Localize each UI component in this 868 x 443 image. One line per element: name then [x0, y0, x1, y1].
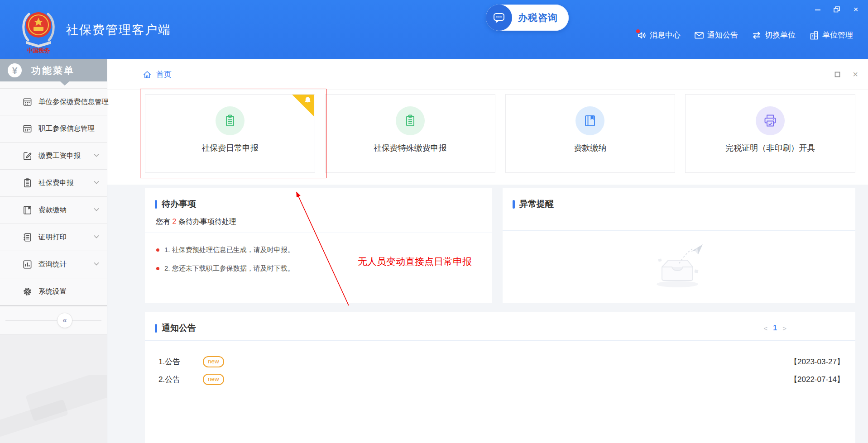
bar-chart-icon	[22, 259, 33, 270]
nav-switch-unit[interactable]: 切换单位	[752, 30, 796, 40]
tab-close-button[interactable]: ×	[851, 71, 859, 79]
sidebar-item-employee-insurance-info[interactable]: 职工参保信息管理	[0, 115, 107, 143]
card-label: 社保费日常申报	[201, 143, 259, 153]
red-dot-icon	[156, 248, 159, 252]
chevron-down-icon	[94, 153, 99, 157]
sidebar-header-label: 功能菜单	[31, 64, 75, 77]
content-area: 首页 ×	[107, 59, 868, 443]
feature-cards-section: 社保费日常申报 社保费特殊缴费申报	[107, 90, 868, 185]
clipboard-icon	[216, 106, 245, 135]
card-label: 完税证明（非印刷）开具	[725, 143, 815, 153]
home-page: 社保费日常申报 社保费特殊缴费申报	[107, 90, 868, 443]
speaker-icon	[637, 30, 647, 40]
page-prev-button[interactable]: <	[764, 324, 768, 332]
notices-title: 通知公告	[162, 322, 196, 334]
todo-panel: 待办事项 您有 2 条待办事项待处理 1. 社保费预处理信息已生成，请及时申报。	[145, 188, 492, 303]
notice-date: 【2022-07-14】	[790, 374, 844, 385]
brand: 中国税务 社保费管理客户端	[20, 0, 171, 59]
new-badge: new	[203, 356, 224, 367]
page-number[interactable]: 1	[773, 324, 777, 332]
alerts-panel: 异常提醒	[503, 188, 855, 303]
card-special-declaration[interactable]: 社保费特殊缴费申报	[325, 94, 495, 173]
nav-unit-management[interactable]: 单位管理	[809, 30, 853, 40]
chevron-down-icon	[94, 208, 99, 211]
app-header: 中国税务 社保费管理客户端 ×	[0, 0, 868, 59]
sidebar-item-system-settings[interactable]: 系统设置	[0, 278, 107, 305]
sidebar-collapse-strip: «	[0, 305, 107, 334]
notice-date: 【2023-03-27】	[790, 357, 844, 367]
swap-arrows-icon	[752, 30, 762, 40]
card-fee-payment[interactable]: 费款缴纳	[505, 94, 676, 173]
minimize-button[interactable]	[814, 5, 822, 14]
sidebar-item-fee-payment[interactable]: 费款缴纳	[0, 197, 107, 224]
sidebar-item-query-statistics[interactable]: 查询统计	[0, 251, 107, 278]
consult-label: 办税咨询	[518, 11, 558, 24]
todo-title: 待办事项	[162, 198, 196, 210]
section-accent-bar	[155, 200, 157, 209]
notices-panel: 通知公告 < 1 > 1.公告 new 【2023-03-27】	[145, 312, 855, 443]
clipboard-icon	[22, 178, 33, 189]
home-icon	[143, 70, 152, 79]
sidebar-header: ¥ 功能菜单	[0, 59, 107, 81]
building-icon	[809, 30, 819, 40]
table-icon	[22, 124, 33, 134]
sidebar-item-wage-declaration[interactable]: 缴费工资申报	[0, 143, 107, 170]
todo-summary: 您有 2 条待办事项待处理	[156, 217, 492, 227]
empty-state-illustration	[503, 242, 855, 289]
todo-item[interactable]: 2. 您还未下载职工参保数据，请及时下载。	[156, 259, 481, 278]
china-tax-logo: 中国税务	[20, 6, 57, 54]
nav-label: 通知公告	[707, 30, 738, 40]
book-bookmark-icon	[575, 106, 604, 135]
breadcrumb-home-tab[interactable]: 首页	[156, 69, 172, 80]
nav-message-center[interactable]: 消息中心	[637, 30, 681, 40]
new-badge: new	[203, 374, 224, 385]
notices-pagination: < 1 >	[764, 324, 786, 332]
nav-label: 消息中心	[650, 30, 681, 40]
nav-notice-board[interactable]: 通知公告	[694, 30, 738, 40]
chevron-down-icon	[94, 262, 99, 266]
tax-consult-button[interactable]: 办税咨询	[486, 5, 569, 31]
card-label: 社保费特殊缴费申报	[374, 143, 447, 153]
logo-caption: 中国税务	[27, 47, 50, 54]
chevron-down-icon	[94, 181, 99, 184]
sidebar-collapse-button[interactable]: «	[57, 313, 72, 328]
window-controls: ×	[814, 5, 860, 14]
sidebar-item-social-fee-declaration[interactable]: 社保费申报	[0, 170, 107, 197]
unread-dot	[636, 29, 640, 33]
notice-item[interactable]: 1.公告 new 【2023-03-27】	[158, 353, 844, 371]
bell-ribbon	[292, 95, 314, 116]
app-window: 中国税务 社保费管理客户端 ×	[0, 0, 868, 443]
sidebar: ¥ 功能菜单 单位参保缴费信息管理	[0, 59, 107, 443]
alerts-title: 异常提醒	[519, 198, 554, 210]
section-accent-bar	[155, 324, 157, 333]
section-accent-bar	[513, 200, 515, 209]
gear-icon	[22, 286, 33, 297]
card-tax-certificate[interactable]: 完税证明（非印刷）开具	[685, 94, 855, 173]
close-button[interactable]: ×	[852, 5, 860, 14]
document-icon	[22, 232, 33, 243]
todo-item[interactable]: 1. 社保费预处理信息已生成，请及时申报。	[156, 241, 481, 259]
sidebar-watermark	[0, 375, 107, 443]
card-daily-declaration[interactable]: 社保费日常申报	[145, 94, 315, 173]
app-title: 社保费管理客户端	[66, 22, 171, 38]
sidebar-item-certificate-print[interactable]: 证明打印	[0, 224, 107, 251]
notice-item[interactable]: 2.公告 new 【2022-07-14】	[158, 371, 844, 388]
book-icon	[22, 205, 33, 216]
nav-label: 单位管理	[822, 30, 853, 40]
envelope-icon	[694, 30, 704, 40]
nav-label: 切换单位	[765, 30, 796, 40]
divider	[5, 320, 101, 321]
red-dot-icon	[156, 267, 159, 270]
table-icon	[22, 96, 33, 107]
card-label: 费款缴纳	[574, 143, 606, 153]
bell-icon	[304, 96, 311, 104]
page-next-button[interactable]: >	[782, 324, 786, 332]
breadcrumb-bar: 首页 ×	[107, 59, 868, 90]
chat-bubble-icon	[486, 5, 512, 31]
tab-maximize-button[interactable]	[833, 71, 841, 79]
restore-button[interactable]	[833, 5, 841, 14]
header-nav: 消息中心 通知公告 切换单位	[637, 30, 853, 40]
sidebar-menu: 单位参保缴费信息管理 职工参保信息管理	[0, 81, 107, 305]
edit-icon	[22, 151, 33, 162]
sidebar-item-unit-insurance-info[interactable]: 单位参保缴费信息管理	[0, 88, 107, 115]
